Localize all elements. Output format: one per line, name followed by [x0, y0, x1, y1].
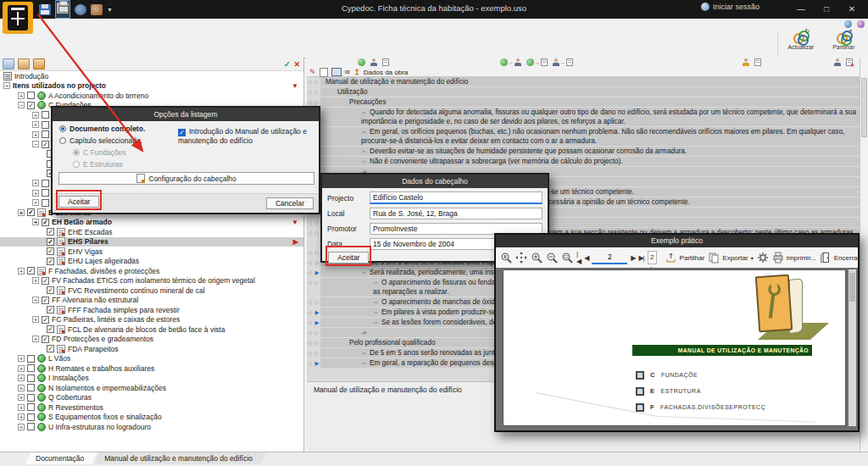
projecto-input[interactable]: [370, 191, 542, 204]
flag-down-icon[interactable]: ▼: [292, 82, 298, 90]
manual-row[interactable]: ◁ ▷⇔Deverão evitar-se as situações de hu…: [307, 147, 860, 156]
tree-checkbox[interactable]: ✓: [42, 297, 49, 304]
tree-checkbox[interactable]: [27, 413, 35, 421]
preview-title[interactable]: Exemplo prático: [496, 235, 858, 247]
radio-icon[interactable]: [59, 137, 66, 144]
expand-icon[interactable]: +: [32, 190, 39, 197]
expand-right-icon[interactable]: ▷: [313, 299, 320, 305]
expand-right-icon[interactable]: ▶: [313, 309, 320, 315]
row-nav-arrows[interactable]: ◁ ▷: [307, 328, 320, 337]
expand-icon[interactable]: +: [32, 131, 39, 138]
maximize-button[interactable]: □: [814, 0, 839, 19]
collapse-icon[interactable]: −: [32, 141, 39, 147]
dados-da-obra-label[interactable]: Dados da obra: [364, 69, 408, 76]
tree-checkbox[interactable]: ✓: [42, 141, 49, 148]
cancel-x-icon[interactable]: ✕: [293, 60, 300, 69]
expand-right-icon[interactable]: ▷: [313, 89, 320, 95]
expand-icon[interactable]: +: [18, 404, 25, 411]
expand-right-icon[interactable]: ▷: [313, 340, 320, 346]
manual-row[interactable]: ◁ ▷⇔Quando for detectada alguma anomalia…: [307, 108, 860, 126]
web-icon[interactable]: [844, 20, 852, 28]
tree-item-itens-utilizados-no-projecto[interactable]: −Itens utilizados no projecto▼: [0, 81, 303, 92]
preview-exportar-button[interactable]: Exportar▾: [708, 252, 753, 264]
tree-checkbox[interactable]: [27, 355, 35, 363]
edit-clipboard-icon[interactable]: [754, 58, 761, 66]
tree-checkbox[interactable]: [27, 92, 35, 99]
edit-user-icon[interactable]: [743, 58, 749, 66]
expand-right-icon[interactable]: ▷: [313, 230, 320, 236]
tree-checkbox[interactable]: [27, 403, 35, 411]
clipboard-item-icon[interactable]: [382, 58, 389, 66]
flag-right-icon[interactable]: ▶: [293, 238, 298, 246]
close-button[interactable]: ✕: [839, 0, 865, 19]
row-nav-arrows[interactable]: ◁ ▷: [307, 228, 320, 247]
link-user-clipboard-icon[interactable]: ↔: [553, 58, 573, 66]
collapse-icon[interactable]: −: [3, 82, 10, 89]
tree-item-fcl-de-alvenaria-de-blocos-de-[interactable]: ✓FCL De alvenaria de blocos de betão fac…: [0, 325, 303, 335]
expand-right-icon[interactable]: ▷: [313, 99, 320, 105]
radio-icon[interactable]: [59, 125, 66, 132]
configuracao-cabecalho-button[interactable]: Configuração do cabeçalho: [58, 172, 314, 185]
web-item-icon[interactable]: [358, 58, 365, 66]
tree-item-r-revestimentos[interactable]: +R Revestimentos: [0, 402, 303, 413]
row-nav-arrows[interactable]: ◁ ▶: [307, 308, 320, 317]
preview-scrollbar[interactable]: [849, 269, 856, 426]
tree-checkbox[interactable]: [27, 364, 35, 372]
tree-checkbox[interactable]: ✓: [47, 286, 54, 294]
radio-c-funda-es[interactable]: C Fundações: [73, 148, 319, 157]
manual-row[interactable]: ◁ ▷Manual de utilização e manutenção do …: [307, 77, 860, 86]
tree-item-s-equipamentos-fixos-e-sinaliz[interactable]: +S Equipamentos fixos e sinalização: [0, 413, 303, 423]
expand-right-icon[interactable]: ▷: [313, 280, 320, 286]
partilhar-button[interactable]: ↗ Partilhar: [824, 31, 863, 50]
new-doc-icon[interactable]: [320, 68, 328, 77]
next-page-icon[interactable]: ▶: [631, 254, 635, 262]
tree-item-n-isolamentos-e-impermeabiliza[interactable]: +N Isolamentos e impermeabilizações: [0, 383, 303, 393]
collapse-icon[interactable]: −: [18, 102, 25, 108]
tree-checkbox[interactable]: ✓: [47, 238, 54, 246]
settings-gear-icon[interactable]: [757, 252, 769, 264]
preview-imprimir-button[interactable]: Imprimir...: [772, 252, 816, 264]
row-nav-arrows[interactable]: ◁ ▷: [307, 338, 320, 347]
document-scrollbar[interactable]: [860, 58, 868, 452]
row-nav-arrows[interactable]: ◁ ▶: [307, 318, 320, 327]
row-nav-arrows[interactable]: ◁ ▶: [307, 268, 320, 277]
tree-item-f-fachadas-divis-es-e-protec-e[interactable]: +✓F Fachadas, divisões e protecções: [0, 266, 303, 276]
expand-right-icon[interactable]: ▷: [313, 249, 320, 255]
preview-partilhar-button[interactable]: Partilhar: [665, 252, 705, 264]
print-icon-selected[interactable]: [55, 0, 70, 19]
text-bar[interactable]: ⇔Quando for detectada alguma anomalia, f…: [320, 108, 860, 126]
tree-checkbox[interactable]: ✓: [47, 228, 54, 236]
scrollbar-thumb[interactable]: [861, 78, 867, 137]
minimize-button[interactable]: —: [788, 0, 814, 19]
expand-icon[interactable]: +: [18, 92, 25, 99]
expand-right-icon[interactable]: ▷: [313, 259, 320, 265]
last-page-icon[interactable]: ▶|: [638, 254, 643, 262]
manual-row[interactable]: ◁ ▷⇔Não é conveniente ultrapassar a sobr…: [307, 157, 860, 166]
section-header-bar[interactable]: Manual de utilização e manutenção do edi…: [320, 77, 860, 86]
radio-icon[interactable]: [73, 149, 80, 156]
tree-item-fff-fachada-simples-para-reves[interactable]: ✓FFF Fachada simples para revestir: [0, 305, 303, 315]
tree-checkbox[interactable]: ✓: [42, 219, 49, 226]
print-icon[interactable]: [57, 3, 69, 14]
pan-icon[interactable]: [515, 252, 527, 264]
image-view-icon[interactable]: [18, 58, 30, 69]
zoom-out-icon[interactable]: [546, 252, 558, 264]
tree-item-fv-fachadas-etics-com-isolamen[interactable]: +✓FV Fachadas ETICS com isolamento térmi…: [0, 276, 303, 286]
first-page-icon[interactable]: |◀: [576, 250, 581, 265]
cancelar-button[interactable]: Cancelar: [266, 197, 314, 209]
manual-row[interactable]: ◁ ▷Precauções: [307, 97, 860, 107]
section-header-bar[interactable]: Utilização: [320, 87, 860, 97]
expand-right-icon[interactable]: ▶: [313, 319, 320, 325]
prev-page-icon[interactable]: ◀: [584, 254, 588, 262]
accept-check-icon[interactable]: ✓: [284, 60, 291, 69]
checkbox-introducao[interactable]: ✓Introdução do Manual de utilização e ma…: [178, 127, 319, 145]
aceitar-button[interactable]: Aceitar: [58, 196, 99, 208]
import-icon[interactable]: [33, 58, 45, 69]
upload-icon[interactable]: ↥: [353, 68, 360, 76]
tree-checkbox[interactable]: ✓: [47, 247, 54, 255]
app-icon[interactable]: [3, 2, 33, 34]
tree-item-fvc-revestimento-cont-nuo-mine[interactable]: ✓FVC Revestimento contínuo mineral de ca…: [0, 286, 303, 296]
radio-e-estruturas[interactable]: E Estruturas: [73, 160, 319, 169]
aceitar-button[interactable]: Aceitar: [328, 252, 369, 264]
expand-icon[interactable]: +: [18, 385, 25, 391]
